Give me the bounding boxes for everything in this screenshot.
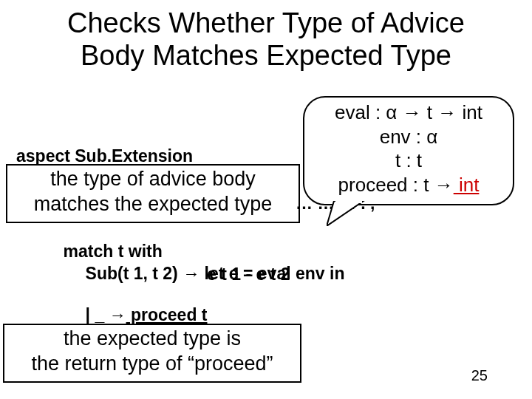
t-line: t : t: [304, 149, 513, 173]
eval-left: eval : α: [335, 101, 403, 123]
type-env-bubble: eval : α → t → int env : α t : t proceed…: [303, 96, 514, 205]
title-line-2: Body Matches Expected Type: [81, 40, 451, 71]
env-line: env : α: [304, 125, 513, 149]
title-line-1: Checks Whether Type of Advice: [67, 7, 465, 38]
note-advice-body-type: the type of advice body matches the expe…: [6, 164, 300, 223]
slide-title: Checks Whether Type of Advice Body Match…: [0, 7, 532, 72]
arrow-icon: →: [403, 101, 422, 123]
arrow-icon: →: [434, 174, 454, 196]
eval-mid: t: [422, 101, 438, 123]
bubble-pointer-icon: [327, 201, 371, 226]
proceed-left: proceed : t: [338, 174, 434, 196]
page-number: 25: [471, 367, 488, 384]
proceed-call: proceed t: [126, 305, 208, 324]
arrow-icon: →: [109, 305, 126, 324]
arrow-icon: →: [183, 264, 200, 283]
eval-right: int: [457, 101, 482, 123]
code-sub2: e t 1 - e t 2: [207, 265, 290, 284]
arrow-icon: →: [437, 101, 457, 123]
sub-left: Sub(t 1, t 2): [86, 264, 183, 283]
note-line1: the expected type is: [64, 327, 241, 349]
note-expected-type: the expected type is the return type of …: [3, 324, 301, 383]
svg-marker-0: [327, 201, 364, 226]
note-line2: matches the expected type: [34, 193, 273, 215]
slide: Checks Whether Type of Advice Body Match…: [0, 0, 532, 399]
none-left: | _: [86, 305, 109, 324]
aspect-label: aspect Sub.Extension: [16, 146, 193, 166]
proceed-return-type: int: [454, 174, 480, 196]
note-line1: the type of advice body: [50, 168, 256, 190]
note-line2: the return type of “proceed”: [31, 352, 273, 375]
